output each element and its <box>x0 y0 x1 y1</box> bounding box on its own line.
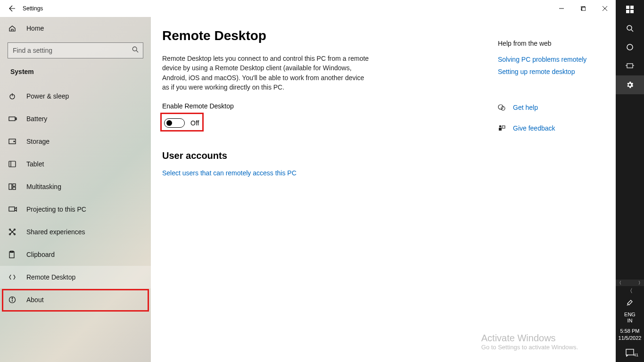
cortana-icon[interactable] <box>616 38 644 57</box>
sidebar-item-power-sleep[interactable]: Power & sleep <box>0 85 151 107</box>
sidebar-section-label: System <box>0 63 151 85</box>
sidebar-home-label: Home <box>26 25 44 32</box>
page-description: Remote Desktop lets you connect to and c… <box>162 54 370 92</box>
get-help-row[interactable]: Get help <box>498 104 606 111</box>
sidebar-item-tablet[interactable]: Tablet <box>0 153 151 175</box>
shared-icon <box>8 228 18 236</box>
sidebar-item-label: Clipboard <box>26 251 55 258</box>
help-link-0[interactable]: Solving PC problems remotely <box>498 56 606 63</box>
sidebar-item-label: Projecting to this PC <box>26 206 86 213</box>
select-users-link[interactable]: Select users that can remotely access th… <box>162 169 297 177</box>
battery-icon <box>8 116 18 122</box>
activate-windows-watermark: Activate Windows Go to Settings to activ… <box>481 333 578 351</box>
svg-point-4 <box>627 25 632 30</box>
help-title: Help from the web <box>498 40 606 47</box>
get-help-icon <box>498 104 506 111</box>
enable-remote-desktop-toggle[interactable] <box>164 118 185 128</box>
svg-point-6 <box>627 44 633 50</box>
tray-overflow-icon[interactable]: 〈 <box>616 286 644 296</box>
svg-point-41 <box>12 298 13 299</box>
svg-rect-25 <box>9 161 16 167</box>
main-area: Remote Desktop Remote Desktop lets you c… <box>151 17 616 362</box>
sidebar-item-label: Shared experiences <box>26 228 85 236</box>
sidebar-item-label: Tablet <box>26 160 44 168</box>
svg-rect-10 <box>626 349 634 355</box>
sidebar-item-label: Multitasking <box>26 183 61 190</box>
search-input[interactable] <box>8 42 143 58</box>
sidebar-item-about[interactable]: About <box>0 288 151 311</box>
toggle-label: Enable Remote Desktop <box>162 102 469 110</box>
get-help-link: Get help <box>513 104 538 111</box>
svg-rect-21 <box>9 117 15 121</box>
sidebar-item-label: Remote Desktop <box>26 273 75 281</box>
sidebar-item-shared-experiences[interactable]: Shared experiences <box>0 221 151 243</box>
taskbar-app-settings[interactable] <box>616 75 644 94</box>
tray-language[interactable]: ENG IN <box>616 310 644 326</box>
task-view-icon[interactable] <box>616 57 644 75</box>
svg-rect-30 <box>9 207 15 211</box>
sidebar-home[interactable]: Home <box>0 17 151 40</box>
svg-point-44 <box>499 125 501 127</box>
tray-time: 5:58 PM <box>616 328 644 334</box>
start-button[interactable] <box>616 0 644 19</box>
settings-window: Settings Home System Power & sleepBa <box>0 0 616 362</box>
storage-icon <box>8 139 18 144</box>
svg-rect-45 <box>499 128 502 131</box>
tray-connect-icon[interactable] <box>616 296 644 310</box>
give-feedback-link: Give feedback <box>513 124 555 132</box>
toggle-state: Off <box>190 119 199 127</box>
taskbar-search-icon[interactable] <box>616 19 644 38</box>
svg-rect-3 <box>630 10 634 13</box>
svg-rect-13 <box>582 7 586 11</box>
user-accounts-heading: User accounts <box>162 150 469 161</box>
titlebar: Settings <box>0 0 616 17</box>
svg-line-18 <box>136 50 138 52</box>
content-column: Remote Desktop Remote Desktop lets you c… <box>162 28 469 362</box>
svg-point-24 <box>14 141 15 142</box>
tray-date: 11/5/2022 <box>616 335 644 341</box>
watermark-line2: Go to Settings to activate Windows. <box>481 344 578 351</box>
help-link-1[interactable]: Setting up remote desktop <box>498 68 606 75</box>
sidebar-item-multitasking[interactable]: Multitasking <box>0 175 151 198</box>
tray-clock[interactable]: 5:58 PM 11/5/2022 <box>616 326 644 343</box>
sidebar-item-label: Power & sleep <box>26 92 69 100</box>
sidebar-item-battery[interactable]: Battery <box>0 107 151 130</box>
svg-rect-2 <box>626 10 629 13</box>
sidebar-item-clipboard[interactable]: Clipboard <box>0 243 151 266</box>
svg-rect-1 <box>630 6 634 9</box>
home-icon <box>8 25 18 32</box>
search-icon <box>132 46 139 53</box>
windows-taskbar: 〈〉 〈 ENG IN 5:58 PM 11/5/2022 41 <box>616 0 644 362</box>
remote-desktop-icon <box>8 273 18 281</box>
svg-line-5 <box>631 30 633 32</box>
svg-rect-28 <box>13 184 16 186</box>
sidebar-item-storage[interactable]: Storage <box>0 130 151 153</box>
power-icon <box>8 92 18 100</box>
svg-point-42 <box>498 105 503 109</box>
sidebar-item-remote-desktop[interactable]: Remote Desktop <box>0 266 151 288</box>
minimize-button[interactable] <box>551 0 572 17</box>
projecting-icon <box>8 206 18 213</box>
sidebar-item-projecting-to-this-pc[interactable]: Projecting to this PC <box>0 198 151 221</box>
window-title: Settings <box>23 5 43 12</box>
notif-count: 41 <box>634 353 638 357</box>
tray-lang-2: IN <box>616 318 644 324</box>
sidebar-item-label: About <box>26 296 44 304</box>
sidebar-item-label: Storage <box>26 138 50 145</box>
close-button[interactable] <box>594 0 616 17</box>
window-controls <box>551 0 616 17</box>
maximize-button[interactable] <box>572 0 594 17</box>
clipboard-icon <box>8 251 18 258</box>
svg-rect-22 <box>16 118 17 120</box>
tray-lang-1: ENG <box>616 312 644 318</box>
help-column: Help from the web Solving PC problems re… <box>498 28 616 362</box>
taskbar-scroll[interactable]: 〈〉 <box>616 280 644 286</box>
svg-point-17 <box>132 47 137 51</box>
give-feedback-row[interactable]: Give feedback <box>498 124 606 132</box>
tray-notifications-icon[interactable]: 41 <box>616 343 644 362</box>
watermark-line1: Activate Windows <box>481 333 578 344</box>
back-button[interactable] <box>0 0 23 17</box>
svg-rect-46 <box>502 126 505 128</box>
sidebar-item-label: Battery <box>26 115 47 123</box>
page-title: Remote Desktop <box>162 28 469 43</box>
